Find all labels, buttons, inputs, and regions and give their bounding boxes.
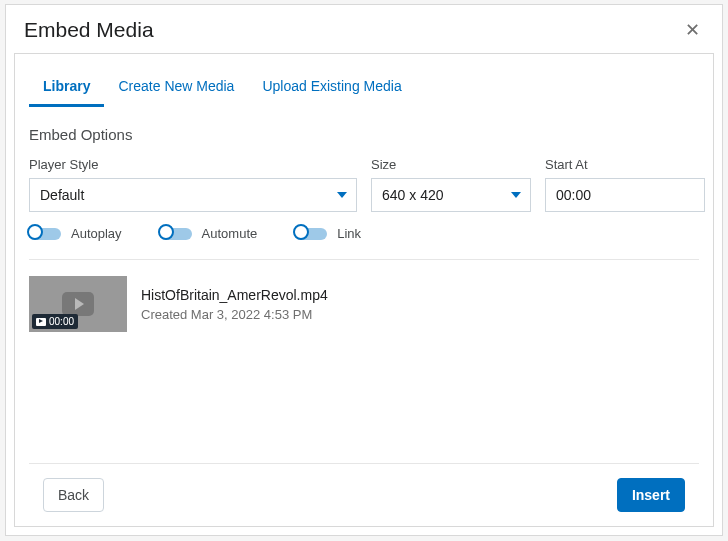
modal-footer: Back Insert	[29, 463, 699, 526]
close-button[interactable]: ✕	[681, 17, 704, 43]
autoplay-toggle-label: Autoplay	[71, 226, 122, 241]
insert-button[interactable]: Insert	[617, 478, 685, 512]
link-toggle[interactable]: Link	[295, 226, 361, 241]
duration-badge-text: 00:00	[49, 316, 74, 327]
start-at-value: 00:00	[556, 187, 591, 203]
options-row: Player Style Default Size 640 x 420	[29, 157, 699, 212]
toggle-switch-icon	[295, 228, 327, 240]
section-heading: Embed Options	[29, 126, 699, 143]
toggle-switch-icon	[160, 228, 192, 240]
player-style-field: Player Style Default	[29, 157, 357, 212]
player-style-select[interactable]: Default	[29, 178, 357, 212]
size-value: 640 x 420	[382, 187, 444, 203]
media-item: 00:00 HistOfBritain_AmerRevol.mp4 Create…	[29, 260, 699, 348]
automute-toggle-label: Automute	[202, 226, 258, 241]
modal-header: Embed Media ✕	[6, 5, 722, 53]
play-icon	[62, 292, 94, 316]
start-at-input[interactable]: 00:00	[545, 178, 705, 212]
back-button[interactable]: Back	[43, 478, 104, 512]
media-title: HistOfBritain_AmerRevol.mp4	[141, 287, 328, 303]
toggle-row: Autoplay Automute Link	[29, 226, 699, 260]
video-icon	[36, 318, 46, 326]
modal-body: Library Create New Media Upload Existing…	[14, 53, 714, 527]
tab-create-new-media[interactable]: Create New Media	[104, 72, 248, 107]
embed-options-panel: Embed Options Player Style Default Size	[15, 108, 713, 526]
close-icon: ✕	[685, 20, 700, 40]
player-style-value: Default	[40, 187, 84, 203]
link-toggle-label: Link	[337, 226, 361, 241]
tab-library[interactable]: Library	[29, 72, 104, 107]
autoplay-toggle[interactable]: Autoplay	[29, 226, 122, 241]
media-thumbnail[interactable]: 00:00	[29, 276, 127, 332]
modal-title: Embed Media	[24, 18, 154, 42]
duration-badge: 00:00	[32, 314, 78, 329]
size-select[interactable]: 640 x 420	[371, 178, 531, 212]
start-at-label: Start At	[545, 157, 705, 172]
start-at-field: Start At 00:00	[545, 157, 705, 212]
embed-media-modal: Embed Media ✕ Library Create New Media U…	[5, 4, 723, 536]
size-label: Size	[371, 157, 531, 172]
automute-toggle[interactable]: Automute	[160, 226, 258, 241]
tabs: Library Create New Media Upload Existing…	[15, 54, 713, 108]
size-field: Size 640 x 420	[371, 157, 531, 212]
toggle-switch-icon	[29, 228, 61, 240]
media-created: Created Mar 3, 2022 4:53 PM	[141, 307, 328, 322]
tab-upload-existing-media[interactable]: Upload Existing Media	[248, 72, 415, 107]
media-meta: HistOfBritain_AmerRevol.mp4 Created Mar …	[141, 287, 328, 322]
player-style-label: Player Style	[29, 157, 357, 172]
